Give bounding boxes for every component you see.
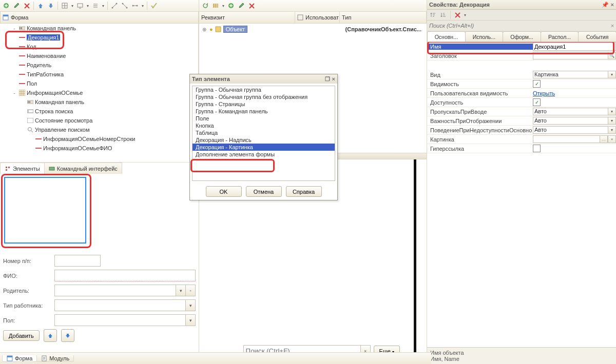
tab-module[interactable]: Модуль [36, 355, 74, 362]
monitor-icon[interactable] [75, 1, 85, 10]
ptab-main[interactable]: Основн... [427, 31, 466, 42]
tree-item[interactable]: Код [0, 42, 198, 51]
tree-item[interactable]: -ИнформацияОСемье [0, 88, 198, 97]
sort2-icon[interactable] [439, 10, 448, 19]
edit2-icon[interactable] [237, 1, 246, 10]
prop-title[interactable]: Заголовок🔍 [427, 51, 616, 60]
prop-beh[interactable]: ПоведениеПриНедоступностиОсновноАвто▾ [427, 126, 616, 135]
add-button[interactable]: Добавить [3, 330, 40, 341]
row-up-button[interactable] [44, 329, 57, 342]
list-icon[interactable] [91, 1, 100, 10]
check-icon[interactable] [149, 1, 159, 10]
input-fio[interactable] [54, 270, 196, 281]
row-down-button[interactable] [61, 329, 74, 342]
prop-name-input[interactable] [533, 42, 616, 51]
object-row[interactable]: ⊕ ● Объект (СправочникОбъект.Спис... [199, 24, 427, 35]
prop-vis[interactable]: Видимость✓ [427, 79, 616, 89]
prop-avail[interactable]: Доступность✓ [427, 98, 616, 107]
type-option[interactable]: Поле [192, 115, 335, 122]
tree-item[interactable]: -Командная панель [0, 24, 198, 33]
tree-item[interactable]: ТипРаботника [0, 70, 198, 79]
line2-icon[interactable] [120, 1, 129, 10]
cancel-button[interactable]: Отмена [246, 186, 282, 197]
tab-elements[interactable]: Элементы [0, 163, 45, 174]
tree-item[interactable]: Состояние просмотра [0, 116, 198, 125]
add2-icon[interactable] [226, 1, 236, 10]
input-num[interactable] [54, 255, 101, 267]
props-search-clear[interactable]: × [609, 23, 616, 29]
type-option[interactable]: Дополнение элемента формы [192, 151, 335, 158]
type-option[interactable]: Группа - Командная панель [192, 108, 335, 115]
line1-icon[interactable] [110, 1, 119, 10]
tree-item[interactable]: Командная панель [0, 97, 198, 107]
avail-checkbox[interactable]: ✓ [533, 98, 541, 106]
down-icon[interactable] [46, 1, 55, 10]
pic-dots-icon[interactable]: … [600, 135, 608, 143]
prop-link[interactable]: Гиперссылка [427, 144, 616, 153]
tree-item[interactable]: Строка поиска [0, 107, 198, 116]
dlg-close-icon[interactable]: × [332, 76, 335, 82]
type-option[interactable]: Группа - Обычная группа [192, 86, 335, 93]
link-checkbox[interactable] [533, 145, 541, 152]
props-search-input[interactable] [427, 21, 609, 30]
pol-dd-icon[interactable]: ▾ [185, 314, 196, 326]
prop-uvis[interactable]: Пользовательская видимостьОткрыть [427, 89, 616, 98]
parent-open-icon[interactable]: ▫ [186, 285, 196, 296]
input-pol[interactable] [54, 314, 185, 326]
ptab-use[interactable]: Исполь... [465, 31, 504, 42]
type-option[interactable]: Группа - Обычная группа без отображения [192, 93, 335, 100]
tree-item[interactable]: Управление поиском [0, 125, 198, 134]
del2-icon[interactable] [247, 1, 256, 10]
tree-item[interactable]: Пол [0, 79, 198, 88]
prop-pic[interactable]: Картинка…× [427, 135, 616, 144]
ok-button[interactable]: OK [206, 186, 242, 197]
up-icon[interactable] [36, 1, 45, 10]
type-dd-icon[interactable]: ▾ [185, 299, 196, 311]
dlg-restore-icon[interactable]: ❐ [325, 76, 330, 83]
del3-icon[interactable] [453, 10, 462, 19]
input-type[interactable] [54, 299, 185, 311]
tree-item[interactable]: ИнформацияОСемьеФИО [0, 144, 198, 153]
kind-dd-icon[interactable]: ▾ [608, 71, 616, 78]
help-button[interactable]: Справка [286, 186, 322, 197]
form-tree[interactable]: -Командная панельДекорация1КодНаименован… [0, 24, 199, 162]
title-open-icon[interactable]: 🔍 [608, 52, 616, 59]
pin-icon[interactable]: 📌 [602, 2, 609, 8]
pic-x-icon[interactable]: × [608, 135, 616, 143]
close-icon[interactable]: × [611, 2, 614, 8]
tab-cmd-interface[interactable]: Командный интерфейс [44, 163, 122, 174]
expand-icon[interactable]: ⊕ [201, 27, 207, 32]
prop-imp[interactable]: ВажностьПриОтображенииАвто▾ [427, 116, 616, 126]
dropdown-icon[interactable]: ▾ [70, 1, 74, 10]
type-list[interactable]: Группа - Обычная группаГруппа - Обычная … [192, 86, 335, 181]
grid-icon[interactable] [60, 1, 69, 10]
type-option[interactable]: Группа - Страницы [192, 100, 335, 108]
edit-icon[interactable] [12, 1, 21, 10]
prop-kind[interactable]: ВидКартинка▾ [427, 70, 616, 79]
ptab-layout[interactable]: Распол... [541, 31, 579, 42]
type-option[interactable]: Декорация - Картинка [192, 144, 335, 151]
delete-icon[interactable] [22, 1, 31, 10]
tree-item[interactable]: Родитель [0, 60, 198, 70]
type-option[interactable]: Кнопка [192, 122, 335, 129]
refresh-icon[interactable] [201, 1, 210, 10]
uvis-link[interactable]: Открыть [533, 90, 555, 96]
add-icon[interactable] [2, 1, 11, 10]
cols-icon[interactable] [211, 1, 220, 10]
tree-item[interactable]: Декорация1 [0, 33, 198, 42]
ptab-format[interactable]: Оформ... [503, 31, 541, 42]
prop-skip[interactable]: ПропускатьПриВводеАвто▾ [427, 107, 616, 116]
sort1-icon[interactable] [429, 10, 438, 19]
tab-form[interactable]: Форма [2, 355, 37, 362]
ptab-events[interactable]: События [578, 31, 616, 42]
type-option[interactable]: Декорация - Надпись [192, 136, 335, 144]
type-option[interactable]: Таблица [192, 129, 335, 136]
vis-checkbox[interactable]: ✓ [533, 80, 541, 88]
tree-item[interactable]: ИнформацияОСемьеНомерСтроки [0, 134, 198, 144]
prop-name[interactable]: Имя [427, 42, 616, 51]
line3-icon[interactable] [130, 1, 140, 10]
image-placeholder[interactable] [4, 177, 86, 244]
tree-item[interactable]: Наименование [0, 51, 198, 60]
parent-dd-icon[interactable]: ▾ [176, 285, 186, 296]
input-parent[interactable] [54, 285, 176, 296]
